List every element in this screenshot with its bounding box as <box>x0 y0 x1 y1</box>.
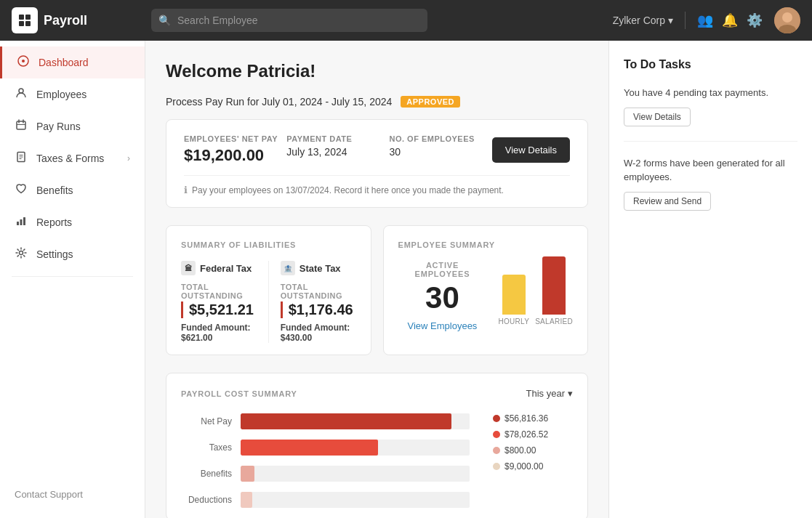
active-emp-count: 30 <box>398 283 487 313</box>
federal-funded-label: Funded Amount: $621.00 <box>181 323 257 343</box>
hbar-fill-deductions <box>241 492 252 508</box>
federal-funded-value: $621.00 <box>181 333 212 343</box>
topbar-divider <box>685 12 686 29</box>
contact-support-link[interactable]: Contact Support <box>15 489 83 500</box>
payroll-cost-title: PAYROLL COST SUMMARY <box>181 389 297 398</box>
todo-text-1: W-2 forms have been generated for all em… <box>624 156 797 185</box>
company-selector[interactable]: Zylker Corp ▾ <box>613 15 673 26</box>
hbar-fill-netpay <box>241 413 451 429</box>
hbar-track-benefits <box>241 466 470 482</box>
state-funded-label: Funded Amount: $430.00 <box>281 323 356 343</box>
reports-icon <box>15 215 28 230</box>
todo-title: To Do Tasks <box>624 58 797 71</box>
pay-card-top: EMPLOYEES' NET PAY $19,200.00 PAYMENT DA… <box>184 134 570 165</box>
net-pay-metric: EMPLOYEES' NET PAY $19,200.00 <box>184 134 286 165</box>
period-selector[interactable]: This year ▾ <box>526 388 573 399</box>
emp-summary-inner: ACTIVE EMPLOYEES 30 View Employees HOURL… <box>398 261 574 332</box>
info-icon: ℹ <box>184 185 188 195</box>
svg-point-5 <box>782 12 792 23</box>
num-employees-value: 30 <box>389 146 491 158</box>
taxes-forms-icon <box>15 151 28 166</box>
hbar-label-netpay: Net Pay <box>181 416 232 426</box>
employee-chart: HOURLY SALARIED <box>498 267 573 325</box>
search-input[interactable] <box>151 9 427 32</box>
legend-dot-benefits <box>493 447 500 454</box>
sidebar-item-benefits[interactable]: Benefits <box>0 174 145 206</box>
view-employees-link[interactable]: View Employees <box>408 320 478 331</box>
legend-value-netpay: $56,816.36 <box>505 413 548 424</box>
payrun-banner: Process Pay Run for July 01, 2024 - July… <box>166 96 588 108</box>
people-icon[interactable]: 👥 <box>697 12 713 28</box>
main-content: Welcome Patricia! Process Pay Run for Ju… <box>145 41 608 518</box>
hbar-label-benefits: Benefits <box>181 469 232 479</box>
hbar-row-taxes: Taxes <box>181 440 470 456</box>
salaried-bar <box>542 256 566 315</box>
sidebar-item-label: Employees <box>36 89 87 100</box>
hbar-track-deductions <box>241 492 470 508</box>
todo-item-1: W-2 forms have been generated for all em… <box>624 156 797 225</box>
todo-item-0: You have 4 pending tax payments. View De… <box>624 86 797 142</box>
sidebar-item-label: Pay Runs <box>36 121 81 132</box>
sidebar-item-pay-runs[interactable]: Pay Runs <box>0 110 145 142</box>
svg-rect-3 <box>25 21 31 26</box>
todo-action-btn-1[interactable]: Review and Send <box>624 192 711 211</box>
emp-summary-title: EMPLOYEE SUMMARY <box>398 240 574 249</box>
payroll-cost-body: Net Pay Taxes Benefits <box>181 413 573 508</box>
salaried-label: SALARIED <box>535 317 573 325</box>
svg-rect-0 <box>19 15 24 20</box>
hbar-row-benefits: Benefits <box>181 466 470 482</box>
topbar: Payroll 🔍 Zylker Corp ▾ 👥 🔔 ⚙️ <box>0 0 812 41</box>
search-icon: 🔍 <box>158 15 171 26</box>
payroll-cost-header: PAYROLL COST SUMMARY This year ▾ <box>181 388 573 399</box>
hourly-bar <box>502 275 526 315</box>
legend-dot-netpay <box>493 415 500 422</box>
state-tax-header: 🏦 State Tax <box>281 261 356 275</box>
svg-rect-18 <box>17 222 19 225</box>
sidebar-bottom: Contact Support <box>0 476 145 512</box>
hbar-fill-taxes <box>241 440 378 456</box>
approved-badge: APPROVED <box>401 96 460 108</box>
app-title: Payroll <box>44 13 87 28</box>
sidebar-item-taxes-forms[interactable]: Taxes & Forms › <box>0 142 145 174</box>
state-tax-col: 🏦 State Tax TOTAL OUTSTANDING $1,176.46 … <box>268 261 356 343</box>
todo-action-btn-0[interactable]: View Details <box>624 108 691 126</box>
svg-rect-2 <box>19 21 24 26</box>
sidebar-item-settings[interactable]: Settings <box>0 238 145 270</box>
avatar[interactable] <box>774 7 800 33</box>
state-outstanding-label: TOTAL OUTSTANDING <box>281 283 356 300</box>
dashboard-icon <box>17 55 30 70</box>
svg-point-9 <box>19 89 23 93</box>
bell-icon[interactable]: 🔔 <box>722 12 738 28</box>
net-pay-value: $19,200.00 <box>184 146 286 165</box>
pay-card-note-text: Pay your employees on 13/07/2024. Record… <box>192 185 504 195</box>
legend-value-deductions: $9,000.00 <box>505 461 543 472</box>
view-details-button[interactable]: View Details <box>492 137 570 163</box>
sidebar-item-label: Taxes & Forms <box>36 153 104 164</box>
svg-rect-19 <box>20 219 23 225</box>
payment-date-label: PAYMENT DATE <box>286 134 389 143</box>
num-employees-label: NO. OF EMPLOYEES <box>389 134 491 143</box>
salaried-bar-group: SALARIED <box>535 256 573 325</box>
state-funded-value: $430.00 <box>281 333 312 343</box>
state-tax-label: State Tax <box>300 263 341 274</box>
todo-text-0: You have 4 pending tax payments. <box>624 86 797 100</box>
search-bar: 🔍 <box>151 9 427 32</box>
period-label: This year <box>526 388 565 399</box>
sidebar-item-dashboard[interactable]: Dashboard <box>0 46 145 78</box>
main-inner: Welcome Patricia! Process Pay Run for Ju… <box>145 41 608 518</box>
payment-date-value: July 13, 2024 <box>286 146 389 158</box>
hbar-fill-benefits <box>241 466 254 482</box>
logo-icon <box>12 7 38 33</box>
sidebar-item-label: Benefits <box>36 185 73 196</box>
num-employees-metric: NO. OF EMPLOYEES 30 <box>389 134 491 158</box>
legend-value-benefits: $800.00 <box>505 445 536 456</box>
sidebar-item-reports[interactable]: Reports <box>0 206 145 238</box>
hbar-row-deductions: Deductions <box>181 492 470 508</box>
sidebar-divider <box>12 276 133 277</box>
legend-dot-taxes <box>493 431 500 438</box>
state-outstanding-value: $1,176.46 <box>281 302 356 318</box>
gear-icon[interactable]: ⚙️ <box>747 12 763 28</box>
sidebar-item-employees[interactable]: Employees <box>0 78 145 110</box>
hbar-track-taxes <box>241 440 470 456</box>
legend-dot-deductions <box>493 463 500 470</box>
